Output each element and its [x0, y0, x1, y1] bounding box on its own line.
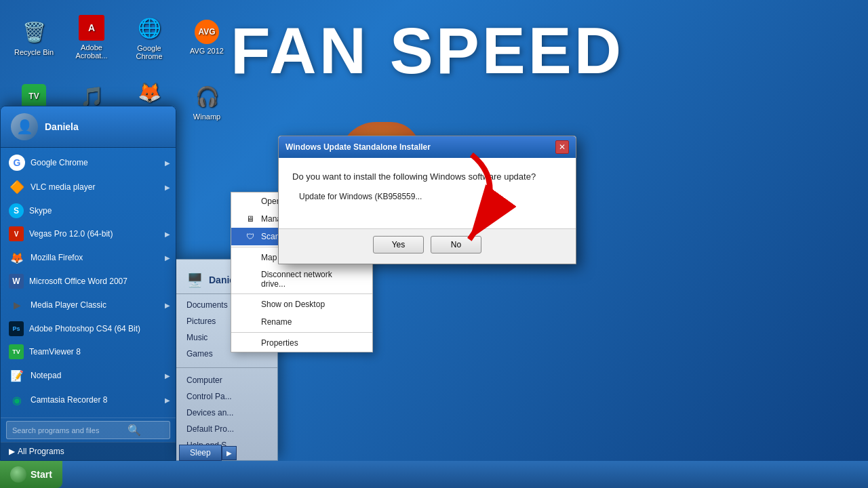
search-input[interactable] — [12, 426, 127, 434]
menu-item-vegas[interactable]: V Vegas Pro 12.0 (64-bit) ▶ — [1, 222, 176, 245]
adobe-label: Adobe Acrobat... — [68, 43, 115, 60]
chrome-label: Google Chrome — [125, 44, 173, 60]
start-orb — [10, 466, 26, 483]
avg-icon: AVG — [195, 20, 219, 44]
menu-item-google-chrome[interactable]: G Google Chrome ▶ — [1, 150, 176, 175]
context-show-label: Show on Desktop — [261, 300, 325, 309]
recycle-bin-icon: 🗑️ — [20, 18, 47, 45]
desktop-icon-recycle-bin[interactable]: 🗑️ Recycle Bin — [7, 7, 61, 68]
menu-skype-icon: S — [9, 203, 24, 218]
menu-item-notepad[interactable]: 📝 Notepad ▶ — [1, 363, 176, 388]
menu-vlc-arrow: ▶ — [165, 184, 170, 191]
menu-firefox-icon: 🦊 — [9, 249, 25, 266]
menu-ps-icon: Ps — [9, 321, 24, 336]
context-menu-disconnect[interactable]: Disconnect network drive... — [231, 266, 372, 292]
fan-speed-title: FAN SPEED — [231, 14, 624, 88]
menu-vegas-icon: V — [9, 226, 24, 241]
dialog-close-button[interactable]: ✕ — [555, 140, 569, 154]
menu-word-label: Microsoft Office Word 2007 — [29, 277, 127, 286]
context-properties-icon — [245, 338, 256, 348]
menu-tv-icon: TV — [9, 344, 24, 359]
sleep-button[interactable]: Sleep — [179, 445, 222, 461]
start-label: Start — [31, 469, 52, 480]
menu-mpc-arrow: ▶ — [165, 302, 170, 309]
menu-mpc-icon: ▶ — [9, 297, 25, 313]
menu-firefox-label: Mozilla Firefox — [31, 253, 83, 262]
context-divider-3 — [231, 332, 372, 333]
right-menu-devices[interactable]: Devices an... — [176, 405, 277, 421]
menu-divider — [1, 418, 176, 418]
context-open-icon — [245, 196, 256, 207]
menu-item-vlc[interactable]: 🔶 VLC media player ▶ — [1, 175, 176, 199]
context-menu-show-desktop[interactable]: Show on Desktop — [231, 296, 372, 313]
context-map-icon — [245, 252, 256, 263]
start-menu-header: 👤 Daniela — [1, 106, 176, 148]
start-menu: 👤 Daniela G Google Chrome ▶ 🔶 VLC media … — [0, 106, 176, 461]
sleep-button-area: Sleep ▶ — [179, 445, 237, 461]
all-programs-button[interactable]: ▶ All Programs — [9, 447, 64, 456]
menu-vegas-arrow: ▶ — [165, 230, 170, 238]
right-menu-computer[interactable]: Computer — [176, 372, 277, 388]
context-divider-2 — [231, 293, 372, 294]
menu-camtasia-label: Camtasia Recorder 8 — [31, 395, 107, 405]
menu-item-camtasia[interactable]: ◉ Camtasia Recorder 8 ▶ — [1, 388, 176, 412]
menu-vegas-label: Vegas Pro 12.0 (64-bit) — [29, 229, 113, 239]
all-programs-label: All Programs — [18, 447, 64, 456]
chrome-icon: 🌐 — [136, 14, 163, 41]
menu-item-mpc[interactable]: ▶ Media Player Classic ▶ — [1, 293, 176, 317]
menu-skype-label: Skype — [29, 206, 52, 216]
menu-firefox-arrow: ▶ — [165, 254, 170, 262]
menu-item-teamviewer[interactable]: TV TeamViewer 8 — [1, 340, 176, 363]
context-manage-icon: 🖥 — [245, 214, 256, 224]
sleep-arrow-button[interactable]: ▶ — [222, 446, 237, 460]
menu-tv-label: TeamViewer 8 — [29, 347, 81, 357]
dialog-titlebar: Windows Update Standalone Installer ✕ — [279, 136, 576, 158]
user-avatar: 👤 — [11, 113, 38, 140]
menu-chrome-arrow: ▶ — [165, 159, 170, 167]
desktop-icon-winamp[interactable]: 🎧 Winamp — [180, 71, 234, 132]
menu-notepad-icon: 📝 — [9, 367, 25, 384]
desktop-icon-chrome[interactable]: 🌐 Google Chrome — [122, 7, 176, 68]
dialog-update-name: Update for Windows (KB958559... — [292, 192, 562, 201]
menu-item-skype[interactable]: S Skype — [1, 199, 176, 222]
dialog-no-button[interactable]: No — [431, 236, 481, 253]
menu-mpc-label: Media Player Classic — [31, 300, 106, 310]
search-icon: 🔍 — [127, 424, 141, 436]
menu-vlc-label: VLC media player — [31, 182, 95, 192]
context-disconnect-label: Disconnect network drive... — [261, 270, 359, 289]
dialog-buttons: Yes No — [279, 228, 576, 264]
desktop: FAN SPEED 🗑️ Recycle Bin A Adobe Acrobat… — [0, 0, 868, 488]
winamp-label: Winamp — [193, 113, 220, 121]
menu-camtasia-icon: ◉ — [9, 392, 25, 408]
adobe-icon: A — [79, 15, 104, 41]
dialog-question-text: Do you want to install the following Win… — [292, 171, 562, 182]
context-disconnect-icon — [245, 274, 256, 285]
context-properties-label: Properties — [261, 338, 298, 348]
menu-word-icon: W — [9, 274, 24, 289]
menu-ps-label: Adobe Photoshop CS4 (64 Bit) — [29, 324, 140, 333]
desktop-icon-avg[interactable]: AVG AVG 2012 — [180, 7, 234, 68]
winamp-icon: 🎧 — [193, 83, 220, 110]
dialog-yes-button[interactable]: Yes — [373, 236, 424, 253]
menu-item-msword[interactable]: W Microsoft Office Word 2007 — [1, 270, 176, 293]
context-avg-icon: 🛡 — [245, 231, 256, 242]
username-label: Daniela — [45, 121, 79, 132]
teamviewer-icon: TV — [22, 84, 46, 108]
menu-chrome-icon: G — [9, 155, 25, 171]
start-button[interactable]: Start — [0, 461, 62, 488]
windows-update-dialog: Windows Update Standalone Installer ✕ Do… — [278, 136, 576, 264]
taskbar: Start — [0, 461, 868, 488]
menu-item-photoshop[interactable]: Ps Adobe Photoshop CS4 (64 Bit) — [1, 317, 176, 340]
right-menu-control-panel[interactable]: Control Pa... — [176, 388, 277, 405]
menu-camtasia-arrow: ▶ — [165, 396, 170, 404]
start-menu-item-list: G Google Chrome ▶ 🔶 VLC media player ▶ S… — [1, 148, 176, 415]
context-menu-rename[interactable]: Rename — [231, 313, 372, 331]
menu-notepad-arrow: ▶ — [165, 372, 170, 380]
menu-notepad-label: Notepad — [31, 371, 61, 380]
menu-item-firefox[interactable]: 🦊 Mozilla Firefox ▶ — [1, 245, 176, 270]
context-show-icon — [245, 299, 256, 310]
desktop-icon-adobe[interactable]: A Adobe Acrobat... — [64, 7, 119, 68]
context-menu-properties[interactable]: Properties — [231, 334, 372, 352]
menu-chrome-label: Google Chrome — [31, 158, 88, 167]
right-menu-default-programs[interactable]: Default Pro... — [176, 421, 277, 437]
